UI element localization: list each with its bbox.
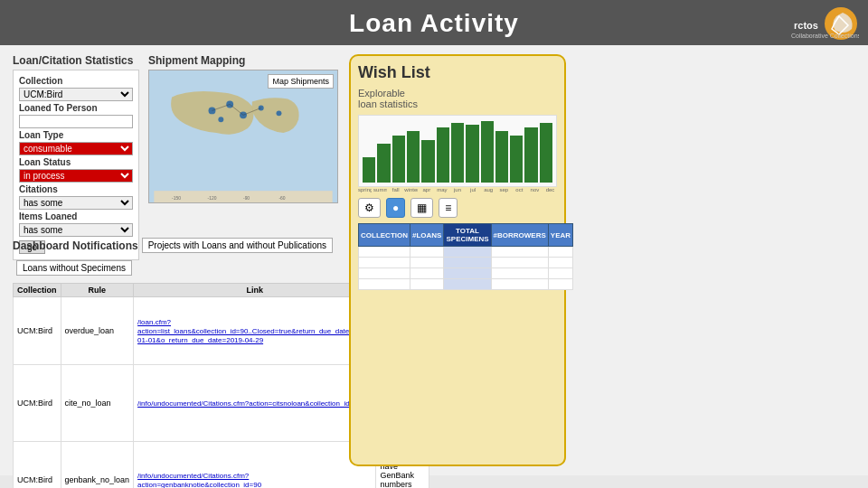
chart-bar <box>437 127 449 183</box>
svg-text:-90: -90 <box>243 196 250 201</box>
page-title: Loan Activity <box>349 9 519 37</box>
top-area: Loan/Citation Statistics Collection UCM:… <box>13 54 338 230</box>
chart-label: jul <box>467 187 480 192</box>
table-row <box>359 247 573 258</box>
loaned-to-input[interactable] <box>19 115 133 128</box>
stats-col-header: #LOANS <box>410 224 444 247</box>
shipment-label: Shipment Mapping <box>148 54 338 67</box>
wish-list-title: Wish List <box>358 63 557 82</box>
svg-text:rctos: rctos <box>794 20 818 31</box>
chart-bar <box>363 157 375 183</box>
chart-bar <box>407 131 420 183</box>
chart-label: aug <box>482 187 495 192</box>
chart-bar <box>524 127 537 183</box>
svg-text:-150: -150 <box>172 196 181 201</box>
arctos-logo-icon: rctos Collaborative Collections <box>787 4 859 43</box>
tag-projects[interactable]: Projects with Loans and without Publicat… <box>142 238 333 253</box>
stats-col-header: #BORROWERS <box>491 224 548 247</box>
col-rule: Rule <box>61 284 134 297</box>
loan-type-label: Loan Type <box>19 130 133 140</box>
map-shipments-button[interactable]: Map Shipments <box>268 74 334 89</box>
page-header: Loan Activity rctos Collaborative Collec… <box>0 0 868 45</box>
items-loaned-label: Items Loaned <box>19 211 133 221</box>
logo-container: rctos Collaborative Collections <box>787 4 859 46</box>
filter-table-button[interactable]: ≡ <box>439 198 458 218</box>
citations-select[interactable]: has some <box>19 196 133 210</box>
chart-label: fall <box>389 187 402 192</box>
filter-bar-button[interactable]: ▦ <box>410 198 433 218</box>
filter-icons-row: ⚙ ● ▦ ≡ <box>358 198 557 218</box>
chart-label: oct <box>513 187 526 192</box>
svg-rect-3 <box>154 70 332 202</box>
table-row <box>359 268 573 279</box>
stats-col-header: YEAR <box>548 224 572 247</box>
svg-text:-120: -120 <box>208 196 217 201</box>
chart-label: winter <box>404 187 418 192</box>
collection-label: Collection <box>19 76 133 86</box>
wish-list-subtitle: Explorable loan statistics <box>358 88 557 109</box>
stats-col-header: COLLECTION <box>359 224 410 247</box>
loan-citation-section: Loan/Citation Statistics Collection UCM:… <box>13 54 139 230</box>
collection-select[interactable]: UCM:Bird <box>19 88 133 101</box>
left-column: Loan/Citation Statistics Collection UCM:… <box>13 54 338 466</box>
chart-label: may <box>435 187 448 192</box>
svg-point-8 <box>259 105 264 110</box>
chart-label: dec <box>543 187 557 192</box>
map-container: Map Shipments <box>148 70 338 203</box>
dashboard-section: Dashboard Notifications Projects with Lo… <box>13 238 338 488</box>
map-svg: -150 -120 -90 -60 <box>149 70 337 202</box>
citations-label: Citations <box>19 184 133 194</box>
chart-label: apr <box>420 187 433 192</box>
svg-text:-60: -60 <box>278 196 285 201</box>
chart-bar <box>510 136 523 183</box>
table-row <box>359 258 573 268</box>
loaned-to-label: Loaned To Person <box>19 103 133 113</box>
chart-bar <box>377 144 390 183</box>
main-content: Loan/Citation Statistics Collection UCM:… <box>0 45 868 475</box>
loan-status-label: Loan Status <box>19 157 133 167</box>
loan-status-select[interactable]: in process <box>19 169 133 183</box>
chart-label: sep <box>497 187 511 192</box>
loan-type-select[interactable]: consumable <box>19 142 133 155</box>
col-link: Link <box>134 284 376 297</box>
chart-bar <box>495 131 508 183</box>
chart-bar <box>481 121 494 183</box>
chart-label: summer <box>373 187 387 192</box>
chart-bar <box>451 123 464 183</box>
svg-text:Collaborative Collections: Collaborative Collections <box>791 33 859 39</box>
stats-col-header: TOTAL SPECIMENS <box>444 224 491 247</box>
filter-sliders-button[interactable]: ⚙ <box>358 198 381 218</box>
filter-pie-button[interactable]: ● <box>386 198 405 218</box>
dashboard-label: Dashboard Notifications <box>13 239 138 252</box>
stats-table: COLLECTION#LOANSTOTAL SPECIMENS#BORROWER… <box>358 223 573 290</box>
table-row <box>359 279 573 290</box>
chart-bar <box>392 136 405 183</box>
loan-citation-label: Loan/Citation Statistics <box>13 54 139 67</box>
tag-loans[interactable]: Loans without Specimens <box>16 260 132 276</box>
wish-list-panel: Wish List Explorable loan statistics spr… <box>349 54 566 466</box>
svg-point-7 <box>218 117 223 122</box>
svg-point-4 <box>209 107 216 114</box>
chart-bar <box>540 123 552 183</box>
items-loaned-select[interactable]: has some <box>19 223 133 237</box>
chart-label: jun <box>450 187 464 192</box>
col-collection: Collection <box>14 284 61 297</box>
chart-bar <box>421 140 434 183</box>
chart-label: nov <box>528 187 542 192</box>
chart-label: spring <box>358 187 372 192</box>
svg-point-9 <box>277 110 282 116</box>
chart-bar <box>466 125 478 183</box>
loan-panel: Collection UCM:Bird Loaned To Person Loa… <box>13 70 139 260</box>
shipment-section: Shipment Mapping Map Shipments <box>148 54 338 230</box>
chart-wrapper: springsummerfallwinteraprmayjunjulaugsep… <box>358 115 557 192</box>
chart-labels: springsummerfallwinteraprmayjunjulaugsep… <box>358 187 557 192</box>
chart-area <box>358 115 557 187</box>
